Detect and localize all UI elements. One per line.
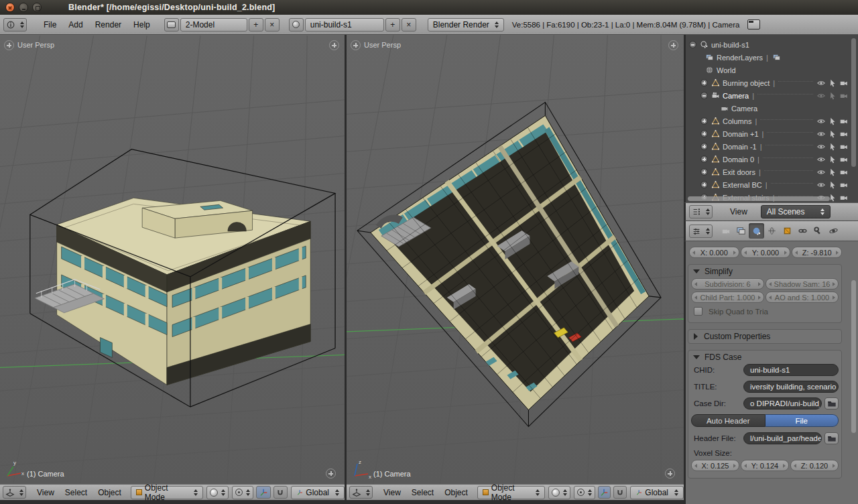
render-restrict-icon[interactable] xyxy=(839,193,849,202)
menu-file[interactable]: File xyxy=(38,20,62,29)
file-toggle-button[interactable]: File xyxy=(765,414,839,427)
render-restrict-icon[interactable] xyxy=(839,142,849,151)
visibility-eye-icon[interactable] xyxy=(816,129,826,139)
render-engine-dropdown[interactable]: Blender Render xyxy=(428,18,504,32)
manipulator-toggle-button[interactable] xyxy=(598,486,611,499)
editor-type-button[interactable] xyxy=(349,486,373,499)
outliner-row-columns[interactable]: Columns | xyxy=(686,115,858,127)
window-minimize-button[interactable] xyxy=(19,3,28,12)
simplify-ao-sss-field[interactable]: AO and S: 1.000 xyxy=(765,292,839,303)
orientation-dropdown[interactable]: Global xyxy=(630,486,684,499)
object-menu[interactable]: Object xyxy=(93,488,127,497)
renderlayer-toggle-icon[interactable] xyxy=(772,53,781,62)
outliner-row-domain-plus1[interactable]: Domain +1 | xyxy=(686,127,858,140)
outliner-row-camera[interactable]: Camera | xyxy=(686,89,858,102)
outliner-vertical-scrollbar[interactable] xyxy=(851,38,856,167)
header-file-input[interactable]: l/uni-build_par/header.fds xyxy=(743,432,822,444)
scene-dropdown[interactable]: uni-build-s1 xyxy=(305,18,384,32)
voxel-x-field[interactable]: X: 0.125 xyxy=(691,460,739,471)
scene-add-button[interactable]: + xyxy=(385,18,400,32)
fds-case-panel-header[interactable]: FDS Case xyxy=(688,351,841,364)
toolshelf-expand-icon[interactable] xyxy=(351,40,361,50)
menu-render[interactable]: Render xyxy=(89,20,127,29)
editor-type-button[interactable] xyxy=(3,18,27,32)
tab-world[interactable] xyxy=(764,223,780,239)
view-menu[interactable]: View xyxy=(32,488,60,497)
region-expand-icon[interactable] xyxy=(326,468,336,479)
voxel-y-field[interactable]: Y: 0.124 xyxy=(741,460,789,471)
chid-input[interactable]: uni-build-s1 xyxy=(743,364,839,376)
outliner-view-menu[interactable]: View xyxy=(725,207,753,216)
window-duplicate-icon[interactable] xyxy=(747,19,760,29)
simplify-child-particles-field[interactable]: Child Part: 1.000 xyxy=(691,292,764,303)
tab-object[interactable] xyxy=(780,223,795,239)
viewport-right-scene[interactable] xyxy=(347,35,684,484)
select-menu[interactable]: Select xyxy=(60,488,93,497)
snap-toggle-button[interactable] xyxy=(273,486,288,499)
outliner-row-burning-object[interactable]: Burning object | xyxy=(686,76,858,89)
visibility-eye-icon[interactable] xyxy=(816,91,826,101)
expand-toggle-icon[interactable] xyxy=(700,155,708,163)
outliner-row-camera-data[interactable]: Camera xyxy=(686,102,858,115)
selectability-cursor-icon[interactable] xyxy=(828,155,837,164)
scene-delete-button[interactable]: × xyxy=(402,18,416,32)
visibility-eye-icon[interactable] xyxy=(816,117,826,126)
visibility-eye-icon[interactable] xyxy=(816,168,826,177)
gravity-z-field[interactable]: Z: -9.810 xyxy=(792,247,842,258)
simplify-shadow-samples-field[interactable]: Shadow Sam: 16 xyxy=(765,278,839,290)
visibility-eye-icon[interactable] xyxy=(816,155,826,164)
gravity-y-field[interactable]: Y: 0.000 xyxy=(741,247,791,258)
outliner-row-world[interactable]: World xyxy=(686,64,858,76)
screen-delete-button[interactable]: × xyxy=(265,18,280,32)
window-close-button[interactable] xyxy=(5,3,15,12)
outliner-row-external-bc[interactable]: External BC | xyxy=(686,178,858,191)
menu-add[interactable]: Add xyxy=(62,20,88,29)
tab-modifiers[interactable] xyxy=(810,223,826,239)
view-menu[interactable]: View xyxy=(378,488,406,497)
render-restrict-icon[interactable] xyxy=(839,117,849,126)
case-dir-input[interactable]: o DIPRADI/uni-build_par/ xyxy=(743,397,822,410)
outliner-horizontal-scrollbar[interactable] xyxy=(688,196,830,201)
properties-shelf-expand-icon[interactable] xyxy=(329,40,339,50)
visibility-eye-icon[interactable] xyxy=(816,180,826,190)
gravity-x-field[interactable]: X: 0.000 xyxy=(689,247,739,258)
properties-shelf-expand-icon[interactable] xyxy=(668,40,678,50)
auto-header-toggle-button[interactable]: Auto Header xyxy=(691,414,765,427)
expand-toggle-icon[interactable] xyxy=(700,143,708,150)
viewport-left[interactable]: User Persp x y (1) Camera xyxy=(0,35,345,484)
skip-quad-to-triangles-checkbox[interactable] xyxy=(694,307,702,316)
pivot-dropdown[interactable] xyxy=(232,486,253,499)
mode-dropdown[interactable]: Object Mode xyxy=(477,486,545,499)
object-menu[interactable]: Object xyxy=(439,488,473,497)
editor-type-button[interactable] xyxy=(689,225,713,238)
tab-render[interactable] xyxy=(718,223,733,239)
render-restrict-icon[interactable] xyxy=(839,129,849,139)
manipulator-toggle-button[interactable] xyxy=(256,486,270,499)
simplify-subdivision-field[interactable]: Subdivision: 6 xyxy=(691,278,764,290)
pivot-dropdown[interactable] xyxy=(574,486,595,499)
select-menu[interactable]: Select xyxy=(406,488,439,497)
render-restrict-icon[interactable] xyxy=(839,168,849,177)
expand-toggle-icon[interactable] xyxy=(700,130,708,137)
region-expand-icon[interactable] xyxy=(665,468,675,479)
screen-browse-button[interactable] xyxy=(164,18,179,32)
render-restrict-icon[interactable] xyxy=(839,91,849,101)
selectability-cursor-icon[interactable] xyxy=(828,91,837,101)
orientation-dropdown[interactable]: Global xyxy=(291,486,345,499)
voxel-z-field[interactable]: Z: 0.120 xyxy=(790,460,839,471)
title-input[interactable]: iversity building, scenario 1 xyxy=(743,381,839,393)
outliner-scope-dropdown[interactable]: All Scenes xyxy=(761,205,831,218)
selectability-cursor-icon[interactable] xyxy=(828,78,837,88)
visibility-eye-icon[interactable] xyxy=(816,78,826,88)
render-restrict-icon[interactable] xyxy=(839,78,849,88)
menu-help[interactable]: Help xyxy=(127,20,156,29)
expand-toggle-icon[interactable] xyxy=(700,181,708,188)
expand-toggle-icon[interactable] xyxy=(700,168,708,176)
screen-layout-dropdown[interactable]: 2-Model xyxy=(180,18,247,32)
selectability-cursor-icon[interactable] xyxy=(828,168,837,177)
selectability-cursor-icon[interactable] xyxy=(828,180,837,190)
shading-dropdown[interactable] xyxy=(548,486,570,499)
scene-browse-button[interactable] xyxy=(289,18,304,32)
outliner-row-exit-doors[interactable]: Exit doors | xyxy=(686,166,858,178)
properties-scrollbar[interactable] xyxy=(851,280,856,433)
